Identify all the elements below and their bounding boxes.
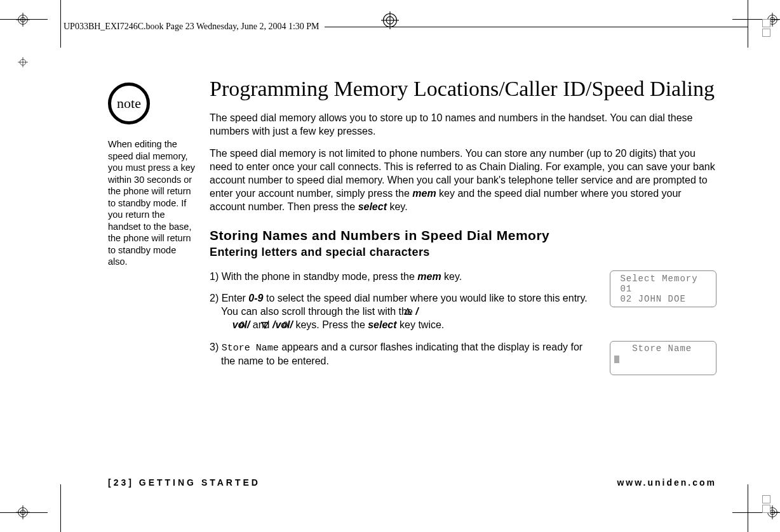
key-label-select: select — [358, 201, 387, 212]
step-3: 3) Store Name appears and a cursor flash… — [210, 341, 598, 368]
text-fragment: 2) Enter — [210, 293, 248, 303]
color-bars-icon — [762, 19, 770, 37]
lcd-display-store-name: Store Name — [610, 341, 716, 375]
svg-point-9 — [20, 510, 25, 514]
main-content: Programming Memory Locations/Caller ID/S… — [210, 76, 716, 384]
page-header: UP033BH_EXI7246C.book Page 23 Wednesday,… — [60, 22, 748, 32]
footer-url: www.uniden.com — [617, 477, 716, 488]
step-3-row: 3) Store Name appears and a cursor flash… — [210, 341, 716, 375]
intro-paragraph-1: The speed dial memory allows you to stor… — [210, 111, 716, 138]
note-sidebar: note When editing the speed dial memory,… — [108, 83, 197, 268]
subheading: Storing Names and Numbers in Speed Dial … — [210, 228, 716, 243]
text-fragment: key twice. — [397, 319, 445, 330]
step-1: 1) With the phone in standby mode, press… — [210, 270, 598, 284]
lcd-line: Store Name — [614, 343, 692, 354]
header-text: UP033BH_EXI7246C.book Page 23 Wednesday,… — [60, 22, 319, 32]
sub-subheading: Entering letters and special characters — [210, 246, 716, 259]
key-label-digits: 0-9 — [248, 293, 263, 303]
svg-point-4 — [768, 15, 777, 25]
key-label-mem: mem — [412, 188, 436, 199]
registration-mark-icon — [765, 13, 779, 27]
step-1-row: 1) With the phone in standby mode, press… — [210, 270, 716, 333]
registration-mark-icon — [16, 13, 30, 27]
key-label-select: select — [368, 319, 396, 330]
footer-page-section: [23] GETTING STARTED — [108, 477, 260, 488]
key-label-mem: mem — [417, 271, 441, 282]
svg-point-13 — [770, 510, 774, 514]
svg-point-1 — [20, 17, 25, 22]
page-footer: [23] GETTING STARTED www.uniden.com — [108, 477, 716, 488]
text-fragment: key. — [387, 201, 408, 212]
text-fragment: 3) — [210, 342, 222, 352]
lcd-text-inline: Store Name — [222, 343, 279, 354]
page-title: Programming Memory Locations/Caller ID/S… — [210, 76, 716, 102]
note-text: When editing the speed dial memory, you … — [108, 138, 197, 268]
cursor-icon — [614, 356, 619, 363]
svg-point-0 — [18, 15, 28, 25]
svg-point-12 — [768, 508, 777, 517]
svg-point-5 — [770, 17, 774, 22]
text-fragment: keys. Press the — [293, 319, 368, 330]
intro-paragraph-2: The speed dial memory is not limited to … — [210, 147, 716, 214]
step-2: 2) Enter 0-9 to select the speed dial nu… — [210, 292, 598, 332]
lcd-display-select-memory: Select Memory 01 02 JOHN DOE — [610, 270, 716, 307]
text-fragment: 1) With the phone in standby mode, press… — [210, 271, 417, 282]
registration-mark-icon — [18, 57, 28, 67]
registration-mark-icon — [16, 505, 30, 519]
registration-mark-icon — [765, 505, 779, 519]
svg-point-16 — [20, 59, 25, 65]
text-fragment: key. — [441, 271, 462, 282]
color-bars-icon — [762, 495, 770, 513]
svg-point-8 — [18, 508, 28, 517]
note-badge: note — [108, 83, 150, 124]
